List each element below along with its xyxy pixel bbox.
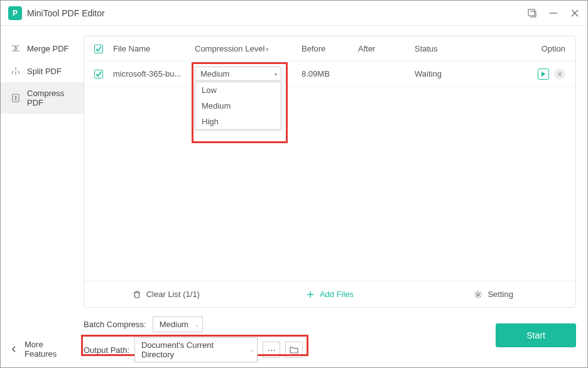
- folder-icon: [290, 346, 298, 354]
- dropdown-option-low[interactable]: Low: [195, 82, 281, 98]
- batch-compress-select[interactable]: Medium ⌵: [153, 317, 203, 332]
- sidebar-item-label: Merge PDF: [27, 44, 68, 53]
- sidebar-item-label: Split PDF: [27, 67, 62, 76]
- sidebar-item-merge-pdf[interactable]: Merge PDF: [1, 37, 84, 60]
- column-header-compression-level[interactable]: Compression Level▾: [195, 44, 302, 53]
- clear-list-label: Clear List (1/1): [146, 290, 200, 299]
- column-header-status[interactable]: Status: [415, 44, 515, 53]
- file-name-cell: microsoft-365-bu...: [113, 69, 195, 78]
- add-files-button[interactable]: Add Files: [248, 290, 412, 299]
- table-row: microsoft-365-bu... Medium ▾ Low Medium …: [84, 62, 575, 87]
- row-remove-button[interactable]: [554, 68, 565, 80]
- row-start-button[interactable]: [538, 68, 549, 80]
- window-toolbox-icon[interactable]: [527, 8, 537, 18]
- app-logo: P: [8, 6, 22, 20]
- compression-level-dropdown-menu: Low Medium High: [195, 82, 281, 130]
- setting-label: Setting: [487, 290, 513, 299]
- svg-rect-0: [528, 9, 535, 16]
- app-title: MiniTool PDF Editor: [27, 8, 527, 18]
- start-button[interactable]: Start: [496, 323, 576, 347]
- column-header-filename[interactable]: File Name: [113, 44, 195, 53]
- select-all-checkbox[interactable]: [94, 45, 103, 53]
- compress-icon: [11, 93, 21, 103]
- svg-point-9: [477, 293, 479, 296]
- trash-icon: [133, 290, 141, 299]
- sidebar-item-split-pdf[interactable]: Split PDF: [1, 60, 84, 82]
- chevron-down-icon: ⌵: [195, 322, 199, 327]
- column-header-before[interactable]: Before: [302, 44, 358, 53]
- split-icon: [11, 66, 21, 76]
- close-button[interactable]: [570, 8, 580, 18]
- compression-level-dropdown[interactable]: Medium ▾: [195, 67, 281, 81]
- add-files-label: Add Files: [320, 290, 354, 299]
- plus-icon: [306, 290, 315, 299]
- dropdown-selected-value: Medium: [200, 69, 229, 78]
- clear-list-button[interactable]: Clear List (1/1): [84, 290, 248, 299]
- setting-button[interactable]: Setting: [411, 290, 575, 299]
- column-header-after[interactable]: After: [358, 44, 415, 53]
- status-cell: Waiting: [415, 69, 515, 78]
- before-size-cell: 8.09MB: [302, 69, 358, 78]
- column-header-label: Compression Level: [195, 44, 264, 53]
- row-checkbox[interactable]: [94, 70, 103, 78]
- output-path-value: Document's Current Directory: [141, 340, 214, 359]
- chevron-down-icon: ⌵: [250, 347, 253, 353]
- output-path-select[interactable]: Document's Current Directory ⌵: [134, 337, 258, 362]
- more-features-button[interactable]: More Features: [1, 331, 84, 367]
- minimize-button[interactable]: [548, 8, 558, 18]
- batch-compress-label: Batch Compress:: [84, 320, 146, 329]
- output-path-browse-button[interactable]: [285, 342, 303, 358]
- dropdown-option-medium[interactable]: Medium: [195, 98, 281, 114]
- chevron-left-icon: [11, 346, 17, 352]
- merge-icon: [11, 43, 21, 53]
- gear-icon: [474, 290, 482, 299]
- output-path-label: Output Path:: [84, 345, 129, 355]
- sidebar-item-compress-pdf[interactable]: Compress PDF: [1, 82, 84, 114]
- column-header-option: Option: [515, 44, 565, 53]
- dropdown-caret-icon: ▾: [275, 71, 277, 77]
- output-path-more-button[interactable]: ⋯: [263, 342, 280, 358]
- batch-compress-value: Medium: [160, 320, 188, 329]
- sort-arrow-icon: ▾: [266, 46, 269, 53]
- ellipsis-icon: ⋯: [268, 345, 276, 355]
- dropdown-option-high[interactable]: High: [195, 114, 281, 129]
- more-features-label: More Features: [24, 340, 74, 359]
- sidebar-item-label: Compress PDF: [27, 89, 74, 107]
